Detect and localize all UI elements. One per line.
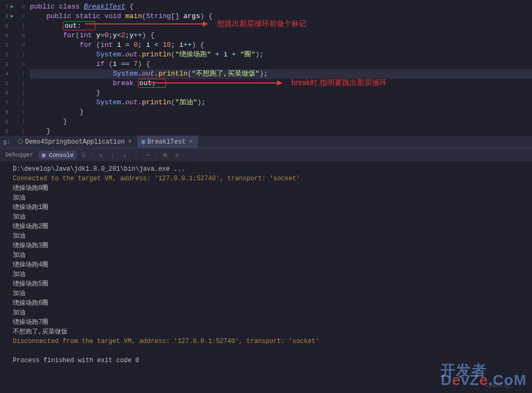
run-line-icon[interactable]: ▶ xyxy=(11,2,20,12)
code-content[interactable]: public class BreaklTest { public static … xyxy=(27,0,532,136)
tab-label: Demo4SpringbootApplication xyxy=(25,138,124,146)
app-icon: ▣ xyxy=(142,138,145,146)
fold-gutter[interactable]: ⊟⊟│⊟⊟│⊟│││││││ xyxy=(20,0,27,136)
arrow-annotation xyxy=(85,23,207,24)
rerun-icon[interactable]: ↻ xyxy=(96,150,106,160)
evaluate-icon[interactable]: ▤ xyxy=(160,150,170,160)
run-to-cursor-icon[interactable]: ⇥ xyxy=(143,150,153,160)
tab-label: Console xyxy=(49,152,73,158)
debug-toolbar: Debugger ▣ Console ☰ | ↻ ↓ ↘ ↑ ⇥ | ▤ ⚙ xyxy=(0,148,532,161)
filter-icon[interactable]: ☰ xyxy=(79,150,88,160)
tab-debugger[interactable]: Debugger xyxy=(2,150,37,159)
run-gutter[interactable]: ▶ ▶ xyxy=(11,0,20,136)
close-icon[interactable]: × xyxy=(127,138,132,146)
step-into-icon[interactable]: ↘ xyxy=(120,150,129,160)
console-output[interactable]: D:\develop\Java\jdk1.8.0_201\bin\java.ex… xyxy=(0,161,532,393)
step-over-icon[interactable]: ↓ xyxy=(108,150,118,160)
settings-icon[interactable]: ⚙ xyxy=(172,150,181,160)
close-icon[interactable]: × xyxy=(188,138,194,146)
line-number-gutter: 78901234567890 xyxy=(0,0,11,136)
step-out-icon[interactable]: ↑ xyxy=(131,150,141,160)
console-icon: ▣ xyxy=(42,152,46,158)
tab-demo4[interactable]: ⬡ Demo4SpringbootApplication × xyxy=(13,136,137,148)
run-line-icon[interactable]: ▶ xyxy=(11,12,20,21)
spring-icon: ⬡ xyxy=(18,138,23,146)
csdn-watermark: CSDN @ xyxy=(484,380,511,390)
tab-label: BreaklTest xyxy=(147,138,186,146)
run-prefix: g: xyxy=(0,139,13,145)
run-tabs-bar: g: ⬡ Demo4SpringbootApplication × ▣ Brea… xyxy=(0,136,532,148)
arrow-annotation xyxy=(149,82,282,83)
tab-breakltest[interactable]: ▣ BreaklTest × xyxy=(137,136,198,148)
watermark-logo: 开发者 DevZe.CoM xyxy=(440,366,527,385)
code-editor[interactable]: 78901234567890 ▶ ▶ ⊟⊟│⊟⊟│⊟│││││││ public… xyxy=(0,0,532,136)
console-text: D:\develop\Java\jdk1.8.0_201\bin\java.ex… xyxy=(13,164,530,365)
tab-console[interactable]: ▣ Console xyxy=(39,150,77,160)
